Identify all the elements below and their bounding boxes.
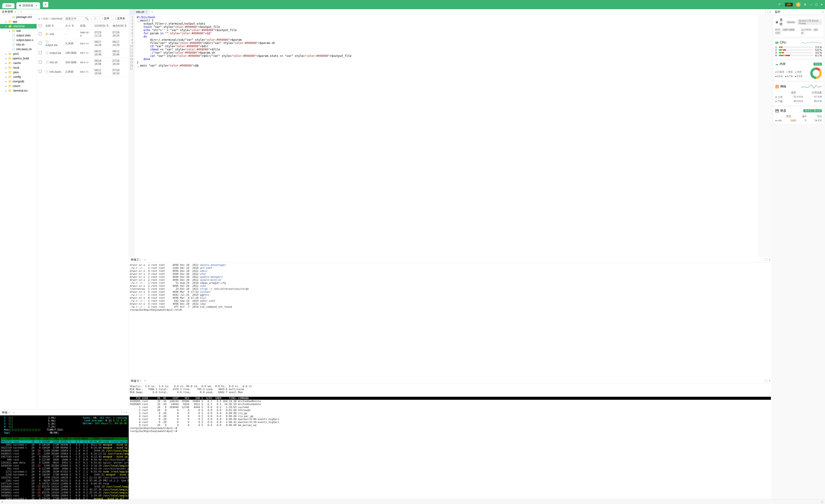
minimize-button[interactable]: — — [810, 3, 812, 6]
tree-item[interactable]: ▸📁app — [0, 19, 36, 24]
close-window-button[interactable]: ✕ — [820, 3, 823, 6]
search-input[interactable]: 🔍 — [64, 16, 90, 21]
chevron-icon[interactable]: ▸ — [5, 67, 7, 69]
close-icon[interactable]: × — [15, 10, 16, 14]
table-row[interactable]: 📁 sub-rwxr-xr-x07/25 11:1307/18 16:24 — [37, 29, 129, 39]
breadcrumb-item[interactable]: .xterminal — [51, 17, 62, 20]
terminal-tab-3[interactable]: 终端 3× — [129, 379, 143, 384]
tree-item[interactable]: ▸📁.pm2 — [0, 52, 36, 56]
monitor-tab[interactable]: 监控 — [773, 9, 782, 14]
avatar[interactable] — [796, 2, 801, 7]
terminal-tab-1[interactable]: 终端× — [0, 410, 12, 415]
tree-item[interactable]: 📄output.stats — [0, 33, 36, 38]
file-manager-tab[interactable]: 文件管理× — [0, 9, 18, 15]
tree-item[interactable]: ▸📁.config — [0, 75, 36, 79]
col-name[interactable]: 名称 ⇅ — [44, 22, 63, 29]
tree-item[interactable]: ▸📁.java — [0, 70, 36, 75]
expand-icon[interactable]: ⛶ — [765, 10, 768, 14]
close-icon[interactable]: × — [140, 379, 141, 383]
search-field[interactable] — [65, 17, 85, 20]
close-icon[interactable]: × — [769, 258, 770, 261]
tree-item-label: output.stats — [16, 34, 30, 37]
chevron-icon[interactable]: ▸ — [5, 90, 7, 92]
tree-item[interactable]: ▾📁.xterminal — [0, 24, 36, 28]
status-dot-icon — [19, 5, 21, 6]
tree-item[interactable]: ▸📁mongodb — [0, 79, 36, 84]
add-panel-button[interactable]: + — [18, 9, 24, 14]
add-terminal-button[interactable]: + — [143, 379, 147, 383]
add-editor-tab-button[interactable]: + — [149, 9, 155, 14]
close-icon[interactable]: × — [8, 411, 10, 414]
close-icon[interactable]: × — [145, 10, 147, 14]
col-mtime[interactable]: 修改时间 ⇅ — [111, 22, 129, 29]
row-checkbox[interactable] — [39, 70, 42, 73]
close-icon[interactable]: × — [126, 411, 127, 414]
file-icon: 📄 — [45, 51, 49, 55]
table-row[interactable]: 📄 info.sh334.0BiBrw-r--r--08/16 16:5607/… — [37, 58, 129, 67]
tree-item[interactable]: ▸📁.cache — [0, 61, 36, 65]
editor-tab-info-sh[interactable]: 📄info.sh× — [129, 9, 149, 14]
chevron-icon[interactable]: ▸ — [5, 71, 7, 74]
close-icon[interactable]: × — [36, 4, 37, 7]
terminal-1-body[interactable]: 1 [|| 2.0%] 2 [|| 5.4%] 3 [|| 5.3%] 4 [|… — [0, 415, 129, 499]
terminal-2-body[interactable]: drwxr-xr-x 2 root root 4096 Dec 28 2022 … — [129, 263, 772, 379]
select-all-checkbox[interactable] — [39, 24, 42, 27]
close-icon[interactable]: × — [769, 379, 770, 383]
search-icon[interactable]: 🔍 — [85, 17, 89, 20]
chevron-icon[interactable]: ▾ — [5, 25, 7, 28]
tree-item[interactable]: 📄info.sh — [0, 43, 36, 47]
add-terminal-button[interactable]: + — [143, 258, 147, 262]
vip-badge[interactable]: VIP — [785, 3, 793, 6]
close-icon[interactable]: × — [140, 258, 141, 261]
tree-item[interactable]: ▸📁.local — [0, 65, 36, 70]
tree-item[interactable]: ▸📁coturn — [0, 84, 36, 88]
breadcrumb-item[interactable]: root — [43, 17, 48, 20]
expand-icon[interactable]: ⛶ — [122, 411, 124, 414]
expand-icon[interactable]: ⛶ — [765, 379, 767, 383]
code-content[interactable]: #!/bin/bash __main() { output_file=~/.xt… — [135, 15, 772, 257]
favorite-button[interactable]: ♡ — [92, 16, 98, 21]
add-terminal-button[interactable]: + — [12, 410, 16, 415]
chevron-icon[interactable]: ▸ — [5, 62, 7, 65]
connection-tab[interactable]: 深圳转发 × — [16, 2, 40, 9]
upload-file-button[interactable]: ↑ 文件 — [100, 16, 111, 21]
tree-item[interactable]: </>package.xml — [0, 15, 36, 19]
table-row[interactable]: 📄 info.basic2.0KiBrw-r--r--08/11 16:5407… — [37, 67, 129, 77]
settings-icon[interactable]: ⚙ — [804, 3, 806, 6]
chevron-icon[interactable]: ▸ — [5, 57, 7, 60]
panel-toggle-icon[interactable]: ▢ — [821, 500, 823, 503]
chevron-icon[interactable]: ▸ — [5, 20, 7, 23]
home-icon[interactable]: ⌂ — [38, 17, 40, 20]
tree-item[interactable]: ▸📁opencv_build — [0, 56, 36, 61]
chevron-icon[interactable]: ▸ — [9, 30, 11, 32]
close-panel-icon[interactable]: × — [769, 10, 771, 14]
row-checkbox[interactable] — [39, 32, 42, 35]
chevron-icon[interactable]: ▸ — [5, 76, 7, 78]
row-checkbox[interactable] — [39, 61, 42, 64]
table-row[interactable]: 📄 output.ba199.0BiBrw-r--r--08/12 16:460… — [37, 48, 129, 58]
terminal-3-body[interactable]: %Cpu(s): 1.6 us, 1.6 sy, 0.0 ni, 96.8 id… — [129, 384, 772, 500]
upload-folder-button[interactable]: ↑ 文件夹 — [113, 16, 127, 21]
chevron-icon[interactable]: ▸ — [5, 53, 7, 55]
tree-item[interactable]: 📄info.basic.sh — [0, 47, 36, 52]
ssh-tab[interactable]: SSH — [2, 3, 14, 8]
expand-icon[interactable]: ⛶ — [765, 258, 767, 261]
terminal-tab-2[interactable]: 终端 2× — [129, 257, 143, 262]
add-tab-button[interactable]: + — [43, 2, 48, 7]
row-checkbox[interactable] — [39, 51, 42, 54]
search-icon[interactable]: 🔍 — [778, 3, 782, 6]
table-row[interactable]: 📄 output.sta3.2KiBrw-r--r--08/17 14:2908… — [37, 39, 129, 48]
tree-item[interactable]: 📄output.basic.s — [0, 38, 36, 43]
code-editor[interactable]: 1 2 3 4 5 6 7 8 9 10 11 12 13 14 15 16 1… — [129, 15, 772, 257]
maximize-button[interactable]: ☐ — [815, 3, 818, 6]
close-icon[interactable]: × — [822, 10, 824, 14]
tree-item[interactable]: ▸📁sub — [0, 28, 36, 33]
row-checkbox[interactable] — [39, 41, 42, 45]
col-atime[interactable]: 访问时间 ⇅ — [92, 22, 110, 29]
chevron-icon[interactable]: ▸ — [5, 80, 7, 83]
col-size[interactable]: 大小 ⇅ — [63, 22, 78, 29]
minimap[interactable] — [758, 15, 772, 257]
chevron-icon[interactable]: ▸ — [5, 85, 7, 87]
tree-item-label: .config — [13, 75, 21, 78]
tree-item[interactable]: ▸📁.terminal.icu — [0, 88, 36, 93]
